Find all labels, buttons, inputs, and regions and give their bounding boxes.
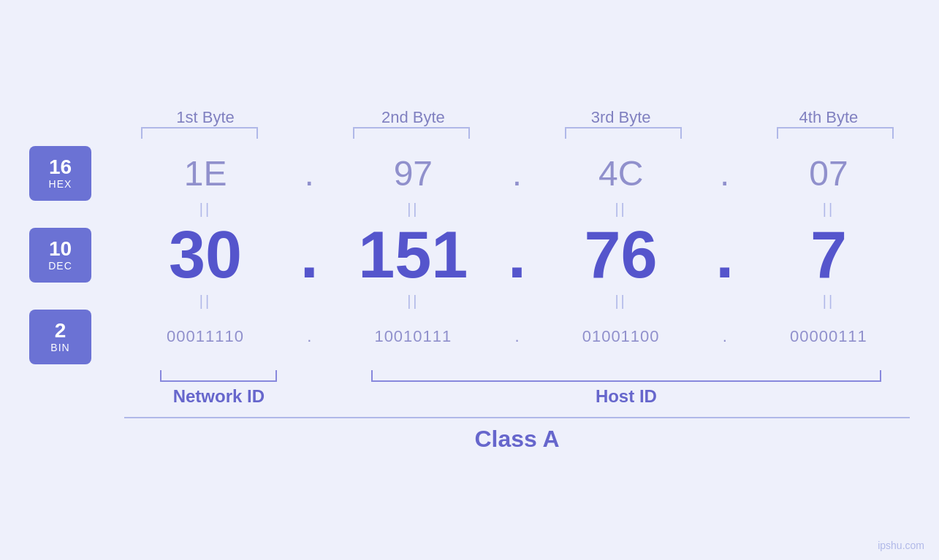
dec-base-label: DEC: [48, 260, 72, 272]
id-labels-row: Network ID Host ID: [29, 386, 910, 407]
hex-val-2: 97: [394, 153, 433, 193]
hex-val-3: 4C: [598, 153, 643, 193]
main-container: 1st Byte 2nd Byte 3rd Byte 4th Byte 16 H…: [0, 0, 939, 560]
eq1-values: || || || ||: [124, 201, 910, 218]
hex-dot-3: .: [720, 153, 729, 193]
eq2-4: ||: [756, 293, 902, 310]
class-section: Class A: [29, 417, 910, 453]
class-line: [124, 417, 910, 418]
hex-row: 16 HEX 1E . 97 . 4C . 07: [29, 146, 910, 201]
top-brackets: [124, 127, 910, 139]
hex-dot-2: .: [512, 153, 522, 193]
eq1-2: ||: [340, 201, 486, 218]
hex-base-label: HEX: [49, 178, 72, 190]
bottom-brackets-row: [29, 370, 910, 382]
hex-badge-container: 16 HEX: [29, 146, 124, 201]
bin-dot-1: .: [307, 327, 311, 346]
eq1-3: ||: [548, 201, 694, 218]
hex-val-1: 1E: [184, 153, 227, 193]
dec-values-row: 30 . 151 . 76 . 7: [124, 218, 910, 293]
network-id-label: Network ID: [124, 386, 313, 407]
bracket-bottom-network: [160, 370, 277, 382]
dec-badge: 10 DEC: [29, 228, 91, 283]
watermark: ipshu.com: [878, 540, 924, 551]
byte-header-3: 3rd Byte: [548, 108, 694, 127]
network-bracket-area: [124, 370, 313, 382]
id-labels: Network ID Host ID: [124, 386, 910, 407]
eq2-2: ||: [340, 293, 486, 310]
bin-base-number: 2: [55, 320, 66, 342]
dec-val-1: 30: [169, 218, 242, 293]
class-label: Class A: [474, 426, 559, 453]
bin-values-row: 00011110 . 10010111 . 01001100 . 0000011…: [124, 327, 910, 346]
bin-badge: 2 BIN: [29, 310, 91, 364]
bin-row: 2 BIN 00011110 . 10010111 . 01001100 . 0…: [29, 310, 910, 364]
eq2-3: ||: [548, 293, 694, 310]
hex-values-row: 1E . 97 . 4C . 07: [124, 153, 910, 193]
bin-base-label: BIN: [50, 342, 69, 353]
bracket-top-4: [777, 127, 894, 139]
host-bracket-area: [343, 370, 910, 382]
top-brackets-row: [29, 127, 910, 139]
equals-row-1: || || || ||: [29, 201, 910, 218]
bin-val-3: 01001100: [582, 327, 660, 346]
bin-val-4: 00000111: [790, 327, 867, 346]
eq2-values: || || || ||: [124, 293, 910, 310]
bin-val-2: 10010111: [374, 327, 452, 346]
bin-dot-3: .: [723, 327, 727, 346]
byte-header-4: 4th Byte: [756, 108, 902, 127]
dec-row: 10 DEC 30 . 151 . 76 . 7: [29, 218, 910, 293]
eq2-1: ||: [132, 293, 278, 310]
bracket-top-3: [565, 127, 682, 139]
bin-dot-2: .: [514, 327, 519, 346]
class-content: Class A: [124, 417, 910, 453]
eq1-1: ||: [132, 201, 278, 218]
dec-base-number: 10: [49, 238, 72, 261]
dec-dot-1: .: [300, 218, 319, 293]
bin-val-1: 00011110: [167, 327, 244, 346]
equals-row-2: || || || ||: [29, 293, 910, 310]
bracket-bottom-host: [371, 370, 882, 382]
dec-val-2: 151: [358, 218, 468, 293]
bottom-brackets: [124, 370, 910, 382]
dec-badge-container: 10 DEC: [29, 228, 124, 283]
dec-val-4: 7: [810, 218, 847, 293]
hex-val-4: 07: [809, 153, 848, 193]
byte-headers-row: 1st Byte 2nd Byte 3rd Byte 4th Byte: [29, 108, 910, 127]
host-id-label: Host ID: [343, 386, 910, 407]
dec-val-3: 76: [585, 218, 658, 293]
byte-header-2: 2nd Byte: [340, 108, 486, 127]
hex-base-number: 16: [49, 156, 72, 179]
byte-headers: 1st Byte 2nd Byte 3rd Byte 4th Byte: [124, 108, 910, 127]
byte-header-1: 1st Byte: [132, 108, 278, 127]
bracket-top-1: [141, 127, 258, 139]
hex-dot-1: .: [305, 153, 314, 193]
dec-dot-2: .: [508, 218, 526, 293]
eq1-4: ||: [756, 201, 902, 218]
hex-badge: 16 HEX: [29, 146, 91, 201]
bracket-top-2: [353, 127, 470, 139]
bin-badge-container: 2 BIN: [29, 310, 124, 364]
dec-dot-3: .: [715, 218, 734, 293]
